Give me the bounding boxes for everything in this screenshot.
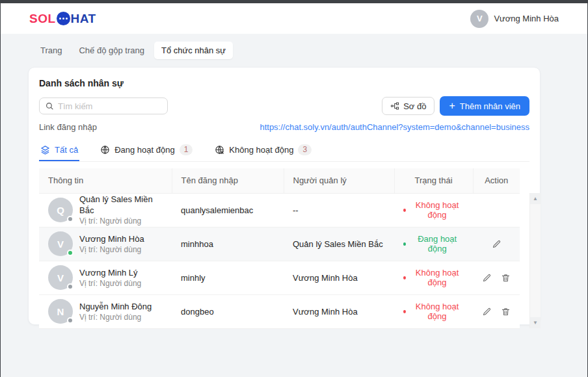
person-position: Vị trí: Người dùng (79, 278, 141, 289)
presence-dot (67, 250, 74, 256)
tab-inactive-label: Không hoạt động (229, 145, 293, 155)
person-name: Vương Minh Hòa (79, 233, 144, 244)
row-actions (482, 239, 511, 249)
row-actions (482, 307, 511, 317)
main-nav: Trang Chế độ gộp trang Tổ chức nhân sự (33, 42, 233, 59)
tab-all-label: Tất cả (55, 145, 78, 155)
login-link-label: Link đăng nhập (39, 122, 97, 132)
delete-button[interactable] (501, 273, 511, 283)
col-header-status: Trạng thái (394, 168, 473, 193)
plus-icon: + (449, 101, 455, 111)
presence-dot (67, 317, 74, 324)
nav-item-che-do-gop-trang[interactable]: Chế độ gộp trang (72, 42, 151, 59)
table-row[interactable]: V Vương Minh Hòa Vị trí: Người dùng minh… (39, 227, 520, 261)
trash-icon (501, 273, 511, 283)
table-row[interactable]: N Nguyễn Minh Đông Vị trí: Người dùng do… (39, 294, 520, 328)
staff-table: Thông tin Tên đăng nhập Người quản lý Tr… (39, 168, 529, 329)
layers-icon (40, 145, 50, 155)
tab-active-label: Đang hoạt động (114, 145, 175, 155)
logo-text-hat: HAT (71, 12, 96, 26)
status-badge: Không hoạt động (403, 200, 464, 220)
row-actions (482, 273, 511, 283)
person-position: Vị trí: Người dùng (79, 244, 144, 255)
pencil-icon (482, 307, 492, 317)
toolbar: Sơ đồ + Thêm nhân viên (39, 96, 529, 116)
pencil-icon (492, 239, 501, 249)
person-cell: V Vương Minh Hòa Vị trí: Người dùng (48, 231, 163, 256)
tab-all[interactable]: Tất cả (39, 140, 79, 161)
tab-inactive-count-badge: 3 (298, 144, 312, 155)
username-cell: minhhoa (172, 227, 284, 261)
top-header: SOL HAT V Vương Minh Hòa (1, 3, 587, 34)
col-header-info: Thông tin (39, 168, 172, 193)
status-badge: Không hoạt động (403, 268, 464, 287)
diagram-button-label: Sơ đồ (403, 101, 426, 111)
table-header-row: Thông tin Tên đăng nhập Người quản lý Tr… (39, 168, 520, 193)
avatar: N (48, 299, 73, 324)
avatar: Q (48, 198, 73, 222)
search-icon (45, 101, 54, 110)
globe-icon (100, 145, 110, 155)
presence-dot (67, 283, 74, 290)
username-cell: quanlysalemienbac (172, 193, 284, 227)
avatar: V (48, 231, 73, 256)
search-input[interactable] (58, 101, 162, 111)
toolbar-buttons: Sơ đồ + Thêm nhân viên (382, 96, 529, 116)
login-link-row: Link đăng nhập https://chat.soly.vn/auth… (39, 122, 529, 132)
person-name: Nguyễn Minh Đông (79, 301, 152, 312)
col-header-action: Action (473, 168, 520, 193)
table-row[interactable]: Q Quản lý Sales Miền Bắc Vị trí: Người d… (39, 193, 520, 227)
solchat-logo: SOL HAT (29, 12, 96, 26)
filter-tabs: Tất cả Đang hoạt động 1 Không hoạt động … (39, 140, 529, 162)
sitemap-icon (390, 101, 399, 110)
logo-text-sol: SOL (29, 12, 56, 26)
person-name: Vương Minh Lý (79, 267, 141, 278)
delete-button[interactable] (501, 307, 511, 317)
username-cell: minhly (172, 261, 284, 294)
user-menu[interactable]: V Vương Minh Hòa (470, 10, 559, 28)
manager-cell: -- (284, 193, 394, 227)
globe-off-icon (215, 145, 224, 155)
pencil-icon (482, 273, 492, 283)
trash-icon (501, 307, 511, 317)
person-name: Quản lý Sales Miền Bắc (79, 194, 163, 216)
tab-active-count-badge: 1 (180, 144, 193, 155)
table-row[interactable]: V Vương Minh Lý Vị trí: Người dùng minhl… (39, 261, 520, 294)
person-cell: N Nguyễn Minh Đông Vị trí: Người dùng (48, 299, 163, 324)
presence-dot (67, 216, 74, 222)
col-header-manager: Người quản lý (284, 168, 394, 193)
edit-button[interactable] (482, 307, 492, 317)
username-cell: dongbeo (172, 294, 284, 328)
person-cell: V Vương Minh Lý Vị trí: Người dùng (48, 265, 163, 290)
diagram-button[interactable]: Sơ đồ (382, 97, 434, 115)
status-badge: Đang hoạt động (403, 234, 464, 254)
staff-list-card: Danh sách nhân sự Sơ đồ + Thêm nhân viên… (28, 67, 541, 325)
person-position: Vị trí: Người dùng (79, 216, 163, 226)
tab-inactive[interactable]: Không hoạt động 3 (213, 140, 313, 161)
avatar[interactable]: V (470, 10, 488, 28)
manager-cell: Vương Minh Hòa (284, 261, 394, 294)
table-scrollbar[interactable]: ▲ ▼ (529, 193, 541, 328)
nav-item-trang[interactable]: Trang (33, 42, 69, 59)
chat-bubble-icon (57, 12, 70, 25)
manager-cell: Vương Minh Hòa (284, 294, 394, 328)
user-name: Vương Minh Hòa (494, 14, 559, 23)
nav-item-to-chuc-nhan-su[interactable]: Tổ chức nhân sự (154, 42, 233, 59)
tab-active[interactable]: Đang hoạt động 1 (99, 140, 194, 161)
search-box[interactable] (39, 98, 168, 114)
add-employee-button[interactable]: + Thêm nhân viên (440, 96, 529, 116)
status-badge: Không hoạt động (403, 302, 464, 321)
scroll-down-arrow[interactable]: ▼ (530, 317, 541, 328)
manager-cell: Quản lý Sales Miền Bắc (284, 227, 394, 261)
edit-button[interactable] (492, 239, 501, 249)
add-employee-label: Thêm nhân viên (460, 101, 520, 111)
login-link-url[interactable]: https://chat.soly.vn/auth/authChannel?sy… (260, 122, 529, 132)
scroll-up-arrow[interactable]: ▲ (530, 193, 541, 204)
avatar: V (48, 265, 73, 290)
page-title: Danh sách nhân sự (39, 78, 529, 88)
app-window: SOL HAT V Vương Minh Hòa Trang Chế độ gộ… (0, 0, 588, 377)
col-header-username: Tên đăng nhập (172, 168, 284, 193)
edit-button[interactable] (482, 273, 492, 283)
person-position: Vị trí: Người dùng (79, 312, 152, 322)
person-cell: Q Quản lý Sales Miền Bắc Vị trí: Người d… (48, 194, 163, 226)
